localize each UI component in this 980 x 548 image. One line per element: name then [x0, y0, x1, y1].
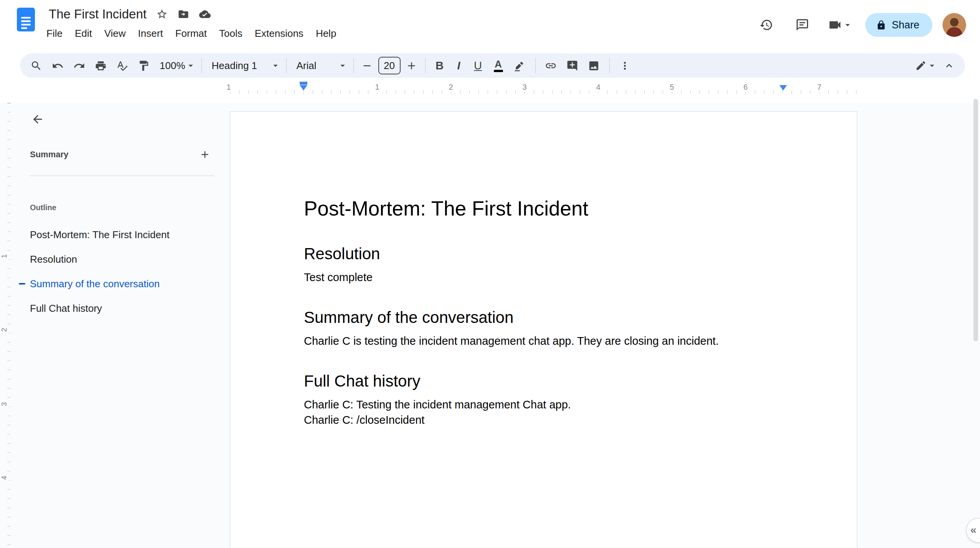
avatar-image	[942, 13, 966, 37]
plus-icon	[406, 60, 417, 72]
menu-bar: File Edit View Insert Format Tools Exten…	[40, 25, 342, 42]
ruler-number: 4	[0, 473, 9, 482]
summary-label: Summary	[30, 150, 68, 160]
menu-tools[interactable]: Tools	[213, 25, 249, 42]
font-value: Arial	[297, 60, 317, 72]
ruler-number: 4	[593, 82, 603, 92]
outline-item[interactable]: Summary of the conversation	[18, 272, 219, 296]
share-button[interactable]: Share	[865, 13, 932, 37]
left-indent-triangle	[300, 85, 307, 91]
comments-icon	[795, 18, 809, 32]
docs-logo-icon	[17, 8, 35, 31]
ruler-number: 1	[223, 82, 234, 92]
add-comment-icon	[566, 60, 578, 72]
hide-menus-button[interactable]	[938, 55, 960, 76]
document-page[interactable]: Post-Mortem: The First Incident Resoluti…	[230, 111, 857, 548]
doc-heading-2[interactable]: Full Chat history	[304, 371, 783, 392]
font-size-input[interactable]	[378, 57, 401, 74]
zoom-select[interactable]: 100%	[154, 56, 197, 75]
outline-item[interactable]: Full Chat history	[18, 296, 219, 321]
outline-item[interactable]: Post-Mortem: The First Incident	[18, 222, 219, 247]
version-history-button[interactable]	[753, 12, 779, 38]
toolbar-divider	[353, 58, 354, 73]
search-icon	[30, 60, 42, 72]
doc-heading-2[interactable]: Summary of the conversation	[304, 307, 783, 328]
document-content[interactable]: Post-Mortem: The First Incident Resoluti…	[230, 112, 857, 428]
docs-logo-icon[interactable]	[17, 8, 35, 33]
menu-file[interactable]: File	[40, 25, 69, 42]
insert-image-button[interactable]	[583, 55, 605, 76]
link-icon	[545, 60, 557, 72]
undo-button[interactable]	[47, 55, 68, 76]
star-button[interactable]	[153, 5, 171, 23]
italic-button[interactable]: I	[449, 55, 469, 76]
more-vertical-icon	[619, 60, 631, 72]
ruler-number: 2	[445, 82, 456, 92]
paint-format-icon	[138, 60, 150, 72]
add-summary-button[interactable]	[196, 145, 214, 164]
video-call-icon	[828, 18, 842, 32]
share-button-label: Share	[892, 19, 919, 31]
print-button[interactable]	[90, 55, 111, 76]
highlight-color-button[interactable]	[509, 55, 531, 76]
document-status-button[interactable]	[196, 5, 214, 23]
outline-item[interactable]: Resolution	[18, 247, 219, 272]
doc-paragraph[interactable]: Charlie C is testing the incident manage…	[304, 333, 783, 349]
editing-mode-select[interactable]	[910, 56, 938, 75]
version-history-icon	[759, 18, 773, 32]
bold-button[interactable]: B	[430, 55, 449, 76]
doc-heading-1[interactable]: Post-Mortem: The First Incident	[304, 196, 783, 221]
spellcheck-button[interactable]	[111, 55, 133, 76]
caret-down-icon	[185, 60, 196, 71]
left-indent-marker[interactable]	[300, 82, 307, 91]
doc-heading-2[interactable]: Resolution	[304, 244, 783, 264]
increase-font-size-button[interactable]	[403, 55, 421, 76]
pencil-icon	[915, 60, 927, 71]
chevron-up-icon	[943, 60, 955, 72]
ruler-number: 7	[814, 82, 824, 92]
text-color-button[interactable]: A	[488, 55, 509, 76]
chevrons-left-icon: «	[970, 524, 977, 536]
vertical-ruler: 1 2 3 4	[0, 103, 11, 548]
paragraph-style-select[interactable]: Heading 1	[206, 56, 282, 75]
title-row: The First Incident	[46, 5, 342, 24]
close-outline-button[interactable]	[27, 109, 48, 130]
menu-format[interactable]: Format	[169, 25, 213, 42]
header-main: The First Incident File Edit View Insert…	[46, 5, 342, 42]
search-menus-button[interactable]	[25, 55, 47, 76]
menu-help[interactable]: Help	[310, 25, 342, 42]
caret-down-icon	[842, 20, 853, 30]
doc-paragraph[interactable]: Charlie C: /closeIncident	[304, 412, 783, 428]
insert-link-button[interactable]	[540, 55, 562, 76]
right-indent-marker[interactable]	[779, 85, 787, 91]
toolbar-divider	[201, 58, 202, 73]
toolbar-divider	[535, 58, 536, 73]
first-line-indent-marker[interactable]	[300, 82, 307, 85]
doc-paragraph[interactable]: Charlie C: Testing the incident manageme…	[304, 397, 783, 412]
ruler-number: 5	[667, 82, 677, 92]
underline-button[interactable]: U	[469, 55, 488, 76]
comments-button[interactable]	[789, 12, 815, 38]
menu-extensions[interactable]: Extensions	[249, 25, 310, 42]
ruler-number: 1	[0, 252, 9, 261]
menu-view[interactable]: View	[98, 25, 132, 42]
ruler-number: 3	[0, 400, 9, 409]
move-document-button[interactable]	[174, 5, 193, 23]
menu-edit[interactable]: Edit	[69, 25, 98, 42]
paint-format-button[interactable]	[133, 55, 154, 76]
menu-insert[interactable]: Insert	[132, 25, 169, 42]
document-title[interactable]: The First Incident	[46, 7, 150, 21]
more-toolbar-options-button[interactable]	[614, 55, 636, 76]
redo-button[interactable]	[68, 55, 90, 76]
toolbar-divider	[425, 58, 426, 73]
caret-down-icon	[270, 60, 281, 71]
decrease-font-size-button[interactable]	[358, 55, 376, 76]
scrollbar-thumb[interactable]	[973, 99, 978, 341]
doc-paragraph[interactable]: Test complete	[304, 270, 783, 285]
account-avatar[interactable]	[942, 13, 966, 37]
join-call-button[interactable]	[825, 12, 855, 38]
outline-item-label: Post-Mortem: The First Incident	[30, 229, 170, 241]
add-comment-button[interactable]	[562, 55, 583, 76]
outline-label: Outline	[30, 203, 56, 212]
font-select[interactable]: Arial	[291, 56, 349, 75]
